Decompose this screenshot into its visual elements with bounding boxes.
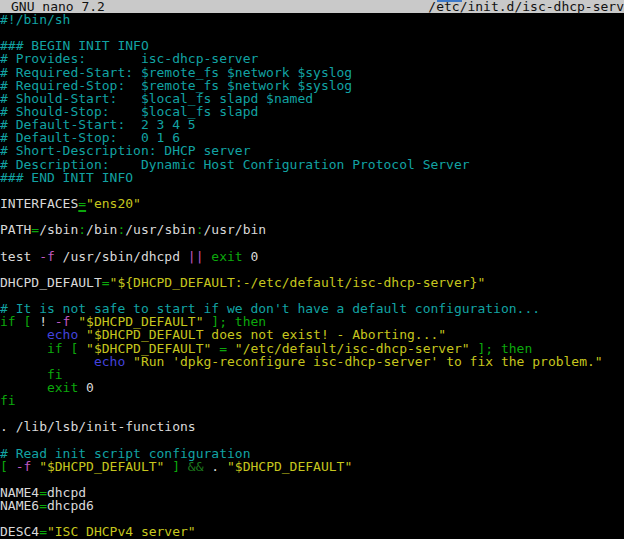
code-segment: /usr/bin bbox=[204, 222, 267, 237]
code-segment bbox=[125, 354, 133, 369]
code-line[interactable]: . /lib/lsb/init-functions bbox=[0, 420, 624, 433]
code-segment: = bbox=[39, 524, 47, 539]
code-segment: test bbox=[0, 249, 39, 264]
code-segment: /bin bbox=[86, 222, 117, 237]
code-segment: -f bbox=[16, 459, 32, 474]
code-segment: "ens20" bbox=[86, 196, 141, 211]
code-line[interactable]: #!/bin/sh bbox=[0, 13, 624, 26]
code-line[interactable]: INTERFACES="ens20" bbox=[0, 197, 624, 210]
editor-lines[interactable]: #!/bin/sh### BEGIN INIT INFO# Provides: … bbox=[0, 13, 624, 539]
code-segment bbox=[8, 459, 16, 474]
code-line[interactable]: DESC4="ISC DHCPv4 server" bbox=[0, 525, 624, 538]
code-segment: DESC4 bbox=[0, 524, 39, 539]
code-segment: /usr/sbin bbox=[125, 222, 195, 237]
code-segment: "$DHCPD_DEFAULT" bbox=[227, 459, 352, 474]
code-segment: echo bbox=[94, 354, 125, 369]
code-segment: 0 bbox=[243, 249, 259, 264]
code-segment: NAME6 bbox=[0, 498, 39, 513]
top-blue-strip bbox=[437, 0, 462, 2]
code-segment: "$DHCPD_DEFAULT" bbox=[39, 459, 164, 474]
code-segment: exit bbox=[211, 249, 242, 264]
code-segment bbox=[180, 459, 188, 474]
code-segment: PATH bbox=[0, 222, 31, 237]
code-segment: "ISC DHCPv4 server" bbox=[47, 524, 196, 539]
code-segment: . bbox=[204, 459, 227, 474]
nano-app-version: GNU nano 7.2 bbox=[11, 0, 105, 13]
code-segment: exit bbox=[47, 380, 78, 395]
code-segment: dhcpd6 bbox=[47, 498, 94, 513]
code-line[interactable]: [ -f "$DHCPD_DEFAULT" ] && . "$DHCPD_DEF… bbox=[0, 460, 624, 473]
code-segment: = bbox=[102, 275, 110, 290]
code-segment: #!/bin/sh bbox=[0, 13, 70, 27]
code-segment: -f bbox=[39, 249, 55, 264]
code-line[interactable] bbox=[0, 473, 624, 486]
code-segment: "Run 'dpkg-reconfigure isc-dhcp-server' … bbox=[133, 354, 603, 369]
code-line[interactable]: NAME6=dhcpd6 bbox=[0, 499, 624, 512]
code-segment: DHCPD_DEFAULT bbox=[0, 275, 102, 290]
code-line[interactable]: test -f /usr/sbin/dhcpd || exit 0 bbox=[0, 250, 624, 263]
code-line[interactable]: PATH=/sbin:/bin:/usr/sbin:/usr/bin bbox=[0, 223, 624, 236]
code-segment: INTERFACES bbox=[0, 196, 78, 211]
code-segment: ] bbox=[172, 459, 180, 474]
terminal-window: GNU nano 7.2 /etc/init.d/isc-dhcp-serv #… bbox=[0, 0, 624, 539]
code-segment: [ bbox=[0, 459, 8, 474]
code-segment: /usr/sbin/dhcpd bbox=[55, 249, 188, 264]
code-segment: || bbox=[188, 249, 204, 264]
code-segment: . /lib/lsb/init-functions bbox=[0, 419, 196, 434]
code-segment: = bbox=[39, 498, 47, 513]
code-segment: fi bbox=[0, 393, 16, 408]
code-segment: = bbox=[31, 222, 39, 237]
code-segment: /sbin bbox=[39, 222, 78, 237]
code-segment: ### END INIT INFO bbox=[0, 170, 133, 185]
cursor-position: = bbox=[78, 196, 86, 211]
code-segment: && bbox=[188, 459, 204, 474]
code-segment: : bbox=[196, 222, 204, 237]
code-line[interactable]: ### END INIT INFO bbox=[0, 171, 624, 184]
code-segment: "${DHCPD_DEFAULT:-/etc/default/isc-dhcp-… bbox=[110, 275, 486, 290]
code-line[interactable]: DHCPD_DEFAULT="${DHCPD_DEFAULT:-/etc/def… bbox=[0, 276, 624, 289]
code-segment: 0 bbox=[78, 380, 94, 395]
nano-titlebar: GNU nano 7.2 /etc/init.d/isc-dhcp-serv bbox=[0, 0, 624, 13]
code-segment: : bbox=[78, 222, 86, 237]
code-line[interactable]: echo "Run 'dpkg-reconfigure isc-dhcp-ser… bbox=[0, 355, 624, 368]
code-line[interactable]: exit 0 bbox=[0, 381, 624, 394]
code-line[interactable]: fi bbox=[0, 394, 624, 407]
code-segment bbox=[31, 459, 39, 474]
